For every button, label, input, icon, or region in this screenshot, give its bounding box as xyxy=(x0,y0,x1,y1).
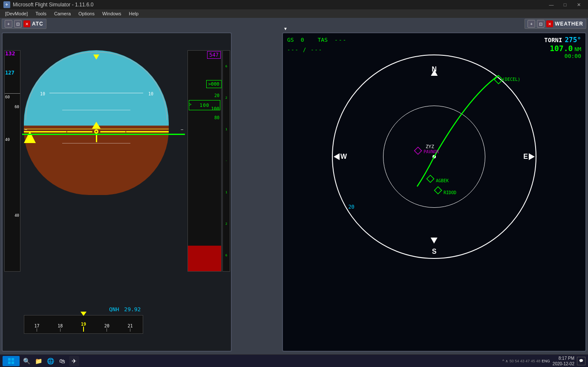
heading-tape: 17 18 19 20 21 xyxy=(24,315,143,334)
alt-100: 100 xyxy=(211,106,219,112)
weather-close-button[interactable]: ✕ xyxy=(546,20,553,27)
nd-speed-dashes: --- / --- xyxy=(287,47,323,53)
weather-popout-button[interactable]: ⊡ xyxy=(537,20,545,28)
wing-center xyxy=(94,129,98,134)
atc-popout-button[interactable]: ⊡ xyxy=(14,20,22,28)
nd-waypoint-row1: TORNI 275° xyxy=(544,36,581,44)
range-label: 20 xyxy=(348,204,354,210)
svg-rect-3 xyxy=(12,361,14,364)
vsi-6-bot: 6 xyxy=(225,254,227,257)
speed-scale-40: 40 xyxy=(14,213,19,218)
nd-wp-nm-unit: NM xyxy=(574,46,581,52)
nd-wp-time: 00:00 xyxy=(565,53,581,59)
weather-label: WEATHER xyxy=(555,21,583,27)
scale-40: 40 xyxy=(5,118,10,161)
nd-tas-label: TAS xyxy=(317,37,327,43)
altitude-000: >000 xyxy=(208,81,220,87)
taskbar-explorer[interactable]: 📁 xyxy=(33,356,43,366)
main-area: 60 40 132 127 10 10 xyxy=(0,30,588,354)
close-button[interactable]: ✕ xyxy=(573,0,585,9)
aircraft-triangle xyxy=(92,122,101,129)
alt-80: 80 xyxy=(214,115,219,120)
app-icon: ✈ xyxy=(3,1,10,8)
wing-right xyxy=(100,131,126,132)
taskbar-store[interactable]: 🛍 xyxy=(57,356,67,366)
speed-scale-60: 60 xyxy=(14,105,19,109)
taskbar-msedge[interactable]: 🌐 xyxy=(45,356,55,366)
heading-19: 19 xyxy=(81,322,86,332)
adi-panel: 60 40 132 127 10 10 xyxy=(2,32,232,352)
vsi-6-top: 6 xyxy=(225,65,227,68)
atc-add-button[interactable]: + xyxy=(5,20,12,28)
taskbar: 🔍 📁 🌐 🛍 ✈ ^ ∧ 50 54 43 47 45 48 ENG 8:17… xyxy=(0,354,588,367)
altitude-bug-value: 100 xyxy=(200,103,210,108)
compass-east: E xyxy=(523,153,535,161)
alt-red-bar xyxy=(188,246,221,271)
heading-marks: 17 18 19 20 21 xyxy=(24,315,143,333)
titlebar: ✈ Microsoft Flight Simulator - 1.11.6.0 … xyxy=(0,0,588,9)
speed-selected: 132 xyxy=(5,50,15,57)
qnh-display: QNH 29.92 xyxy=(109,306,141,313)
atc-close-button[interactable]: ✕ xyxy=(23,20,30,27)
aircraft-symbol xyxy=(67,122,126,142)
svg-rect-0 xyxy=(8,358,11,361)
speed-current: 127 xyxy=(5,70,14,76)
aircraft-label: ZYZ xyxy=(426,144,434,149)
notifications-button[interactable]: 💬 xyxy=(577,357,585,365)
menu-devmode[interactable]: [DevMode] xyxy=(2,10,31,17)
nd-waypoint-row3: 00:00 xyxy=(544,53,581,59)
compass-container: N S E W ZYZ xyxy=(332,54,536,259)
heading-cursor xyxy=(81,312,86,316)
heading-20: 20 xyxy=(104,324,110,332)
pitch-zero-right: ─ xyxy=(181,128,183,132)
altitude-current-tape: >000 xyxy=(206,80,222,88)
alt-selected-value: 547 xyxy=(209,52,219,58)
menu-windows[interactable]: Windows xyxy=(99,10,125,17)
menu-help[interactable]: Help xyxy=(126,10,142,17)
vsi-tape: 6 2 1 · 1 2 6 xyxy=(222,50,230,272)
nd-wp-bearing: 275° xyxy=(565,36,581,44)
east-label: E xyxy=(523,153,528,161)
taskbar-right: ^ ∧ 50 54 43 47 45 48 ENG 8:17 PM 2020-1… xyxy=(502,356,585,367)
gs-bar xyxy=(22,134,185,135)
minimize-button[interactable]: — xyxy=(545,0,557,9)
menu-options[interactable]: Options xyxy=(75,10,98,17)
system-tray: ^ ∧ 50 54 43 47 45 48 ENG xyxy=(502,359,550,363)
nd-wp-name: TORNI xyxy=(544,37,562,43)
vsi-2-top: 2 xyxy=(225,96,227,100)
north-label: N xyxy=(432,66,437,73)
nd-gs-label: GS xyxy=(287,37,294,43)
date-display: 2020-12-02 xyxy=(553,361,574,367)
adi-sphere: 10 10 xyxy=(24,50,169,195)
alt-20: 20 xyxy=(214,93,219,98)
west-arrow xyxy=(334,153,340,160)
language-display: ENG xyxy=(542,359,550,363)
heading-17: 17 xyxy=(34,324,39,332)
qnh-value: 29.92 xyxy=(124,306,141,313)
west-label: W xyxy=(340,153,347,161)
south-label: S xyxy=(432,248,437,255)
vsi-2-bot: 2 xyxy=(225,222,227,226)
nd-wp-nm: 107.0 xyxy=(550,44,573,53)
time-display: 8:17 PM xyxy=(553,356,574,361)
windows-icon xyxy=(8,358,14,364)
menu-tools[interactable]: Tools xyxy=(32,10,50,17)
weather-add-button[interactable]: + xyxy=(527,20,535,28)
nd-tas-value: --- xyxy=(334,37,347,43)
start-button[interactable] xyxy=(3,356,20,366)
aircraft-position xyxy=(432,155,436,158)
taskbar-search[interactable]: 🔍 xyxy=(21,356,32,366)
menu-camera[interactable]: Camera xyxy=(51,10,74,17)
menubar: [DevMode] Tools Camera Options Windows H… xyxy=(0,9,588,18)
scale-60: 60 xyxy=(5,76,10,118)
tray-icons: ^ ∧ xyxy=(502,359,508,363)
svg-rect-2 xyxy=(8,361,11,364)
bank-arm-right xyxy=(126,131,169,132)
window-controls: — □ ✕ xyxy=(545,0,585,9)
compass-south: S xyxy=(432,248,437,255)
taskbar-fs[interactable]: ✈ xyxy=(69,356,79,366)
weather-panel-header: + ⊡ ✕ WEATHER xyxy=(525,19,586,29)
south-arrow xyxy=(431,238,438,244)
maximize-button[interactable]: □ xyxy=(559,0,571,9)
adi-left-scale: 60 40 xyxy=(5,76,10,161)
